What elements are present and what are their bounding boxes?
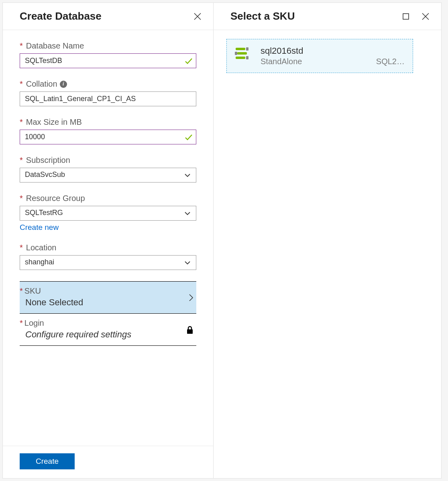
svg-rect-7 [246, 56, 248, 59]
database-name-field: * Database Name [20, 41, 196, 68]
info-icon[interactable]: i [60, 81, 67, 88]
subscription-select[interactable]: DataSvcSub [20, 168, 196, 183]
svg-rect-6 [236, 57, 245, 59]
sku-text: sql2016std StandAlone SQL2… [261, 46, 405, 66]
svg-rect-3 [246, 47, 248, 51]
login-selector[interactable]: * Login Configure required settings [20, 314, 196, 346]
sku-card[interactable]: sql2016std StandAlone SQL2… [226, 39, 413, 73]
database-name-input[interactable] [20, 53, 196, 68]
sku-version: SQL2… [376, 57, 405, 66]
max-size-label: * Max Size in MB [20, 118, 196, 127]
location-select[interactable]: shanghai [20, 255, 196, 270]
close-icon [421, 12, 430, 21]
collation-field: * Collation i [20, 79, 196, 106]
sku-panel-title: Select a SKU [230, 10, 295, 22]
close-icon [193, 12, 202, 21]
restore-icon [402, 12, 410, 20]
create-database-panel: Create Database * Database Name [2, 2, 213, 479]
chevron-down-icon [184, 210, 191, 217]
required-marker: * [20, 286, 23, 296]
subscription-field: * Subscription DataSvcSub [20, 156, 196, 183]
svg-rect-1 [403, 14, 409, 19]
sku-value: None Selected [20, 297, 192, 308]
login-label: Login [24, 319, 44, 328]
collation-label: * Collation i [20, 79, 196, 89]
lock-icon [186, 325, 194, 334]
database-name-label: * Database Name [20, 41, 196, 51]
chevron-right-icon [188, 293, 194, 302]
resource-group-select[interactable]: SQLTestRG [20, 206, 196, 221]
resource-group-field: * Resource Group SQLTestRG Create new [20, 194, 196, 232]
check-icon [184, 57, 193, 65]
collation-input[interactable] [20, 91, 196, 106]
required-marker: * [20, 118, 23, 127]
sku-name: sql2016std [261, 46, 405, 56]
chevron-down-icon [184, 172, 191, 179]
select-sku-panel: Select a SKU [213, 2, 442, 479]
chevron-down-icon [184, 259, 191, 266]
create-new-link[interactable]: Create new [20, 223, 59, 232]
login-value: Configure required settings [20, 329, 192, 340]
sku-type: StandAlone [261, 57, 302, 66]
panel-footer: Create [3, 446, 213, 478]
required-marker: * [20, 194, 23, 203]
close-button[interactable] [420, 11, 431, 22]
restore-button[interactable] [401, 12, 411, 21]
max-size-input[interactable] [20, 130, 196, 144]
resource-group-label: * Resource Group [20, 194, 196, 203]
required-marker: * [20, 243, 23, 252]
svg-rect-4 [237, 52, 247, 55]
svg-rect-0 [187, 329, 193, 334]
close-button[interactable] [192, 11, 203, 22]
left-panel-header: Create Database [3, 3, 213, 30]
required-marker: * [20, 41, 23, 51]
svg-rect-2 [236, 48, 245, 50]
page-title: Create Database [20, 10, 102, 22]
svg-rect-5 [235, 52, 237, 55]
max-size-field: * Max Size in MB [20, 118, 196, 144]
subscription-label: * Subscription [20, 156, 196, 165]
create-button[interactable]: Create [20, 453, 75, 469]
location-field: * Location shanghai [20, 243, 196, 270]
form-body: * Database Name * Collation i [3, 30, 213, 446]
sku-selector[interactable]: * SKU None Selected [20, 281, 196, 314]
required-marker: * [20, 319, 23, 328]
required-marker: * [20, 156, 23, 165]
check-icon [184, 133, 193, 142]
sku-tier-icon [235, 46, 253, 66]
location-label: * Location [20, 243, 196, 252]
sku-list: sql2016std StandAlone SQL2… [214, 30, 441, 478]
right-panel-header: Select a SKU [214, 3, 441, 30]
sku-label: SKU [24, 286, 41, 296]
required-marker: * [20, 79, 23, 89]
